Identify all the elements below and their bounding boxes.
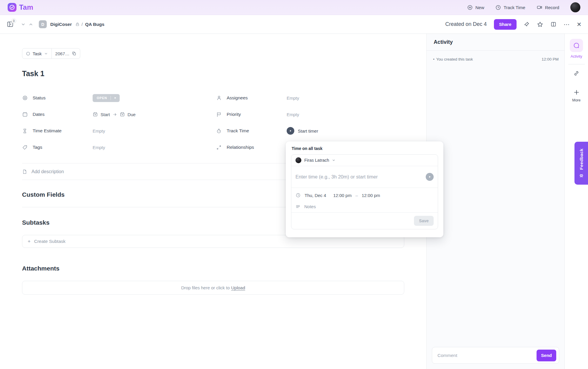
popup-title: Time on all task [292,146,438,151]
comment-input[interactable] [437,353,537,358]
new-button[interactable]: New [467,5,484,10]
tags-value[interactable]: Empty [93,145,105,150]
time-estimate-value[interactable]: Empty [93,128,105,133]
field-tags: Tags Empty [22,139,216,156]
send-button[interactable]: Send [537,350,556,361]
time-entry-input[interactable] [295,174,426,180]
field-assignees: Assignees Empty [216,90,404,106]
share-button[interactable]: Share [494,19,517,30]
status-icon [22,95,29,101]
field-priority: Priority Empty [216,106,404,123]
track-time-button[interactable]: Track Time [495,5,525,10]
link-icon[interactable] [573,70,579,76]
time-estimate-icon [22,128,29,134]
rail-more-button[interactable] [573,89,580,96]
breadcrumb-space[interactable]: DigiCoser [50,22,72,27]
priority-icon [216,112,223,117]
right-rail: Activity More [564,34,588,369]
task-header-bar: 0 D DigiCoser / QA Bugs Created on Dec 4… [0,15,588,34]
task-status-circle-icon [26,51,30,56]
chevron-down-icon [332,158,335,162]
sidebar-count-badge: 0 [11,19,16,23]
task-id: 2067… [55,51,69,56]
created-date-label: Created on Dec 4 [445,21,487,27]
time-date-row: Thu, Dec 4 12:00 pm – 12:00 pm [291,188,438,201]
save-button[interactable]: Save [414,216,434,226]
due-date-button[interactable]: Due [128,112,136,117]
priority-value[interactable]: Empty [287,112,299,117]
assignees-value[interactable]: Empty [287,96,299,101]
rail-divider [568,64,585,64]
comment-box: Send [432,347,559,364]
top-app-bar: Tam New Track Time Record [0,0,588,15]
activity-event-text: You created this task [436,57,473,61]
chat-bubble-icon [573,42,580,49]
activity-panel: Activity • You created this task 12:00 P… [426,34,564,369]
split-view-icon[interactable] [550,21,557,27]
feedback-label: Feedback [579,148,584,170]
notes-row [291,201,438,213]
rail-activity-button[interactable] [570,39,583,52]
user-avatar [295,157,301,163]
bug-icon [579,173,584,178]
clock-icon [295,193,301,198]
relationships-icon [216,145,223,150]
next-status-icon[interactable] [114,96,117,99]
task-title[interactable]: Task 1 [22,69,404,78]
time-user-selector[interactable]: Firas Latrach [291,155,438,166]
time-user-name: Firas Latrach [304,158,329,163]
document-icon [22,169,28,174]
plus-circle-icon [467,5,473,10]
start-date-icon [93,112,98,117]
task-id-copy[interactable]: 2067… [52,51,80,56]
activity-title: Activity [434,39,453,45]
space-avatar[interactable]: D [39,20,47,28]
attachments-dropzone[interactable]: Drop files here or click to Upload [22,281,404,295]
activity-event: • You created this task 12:00 PM [433,57,559,61]
more-options-icon[interactable]: ⋯ [564,21,569,27]
activity-feed: • You created this task 12:00 PM [427,51,564,342]
brand[interactable]: Tam [8,3,33,12]
record-button[interactable]: Record [537,4,559,10]
breadcrumb-separator: / [81,22,83,27]
upload-link[interactable]: Upload [231,285,245,290]
field-dates: Dates Start Due [22,106,216,123]
time-range-dash: – [355,193,358,198]
chevron-down-icon[interactable] [21,22,26,27]
brand-name: Tam [19,3,33,11]
copy-icon [72,51,76,56]
time-entry-row [291,166,438,188]
rail-activity-label: Activity [571,54,582,59]
notes-input[interactable] [304,204,434,209]
start-timer-button[interactable]: Start timer [287,127,318,135]
activity-event-time: 12:00 PM [542,57,559,61]
attachments-heading: Attachments [22,265,404,272]
track-time-icon [216,128,223,134]
chevron-up-icon[interactable] [29,22,33,27]
status-badge[interactable]: OPEN [93,94,120,102]
open-in-sidebar-icon[interactable]: 0 [6,21,14,28]
clock-icon [495,5,501,10]
video-camera-icon [537,4,542,10]
field-track-time: Track Time Start timer [216,123,404,139]
notes-icon [295,204,300,209]
dates-icon [22,111,29,117]
breadcrumb-list[interactable]: QA Bugs [85,22,104,27]
bullet: • [433,57,435,61]
close-icon[interactable]: ✕ [577,21,582,27]
date-selector[interactable]: Thu, Dec 4 [305,193,326,198]
start-timer-play-button[interactable] [426,173,434,181]
task-type-pill: Task 2067… [22,48,80,59]
start-date-button[interactable]: Start [101,112,110,117]
time-tracking-popup: Time on all task Firas Latrach Thu, Dec … [286,141,443,237]
star-icon[interactable] [537,21,543,28]
user-avatar[interactable] [570,2,580,12]
time-from-selector[interactable]: 12:00 pm [333,193,352,198]
chevron-down-icon [44,52,48,56]
task-type-selector[interactable]: Task [22,51,51,56]
pin-icon[interactable] [524,21,530,27]
plus-icon: + [28,238,31,244]
feedback-tab[interactable]: Feedback [574,142,588,185]
time-to-selector[interactable]: 12:00 pm [362,193,380,198]
rail-more-label: More [572,98,580,102]
